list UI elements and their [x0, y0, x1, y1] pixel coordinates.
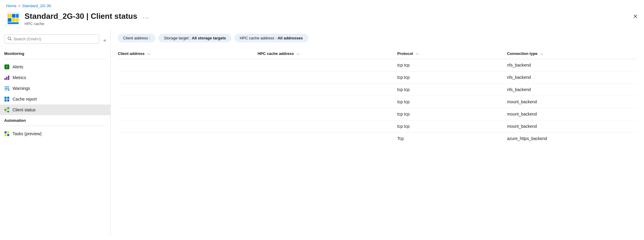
svg-rect-16: [4, 88, 9, 89]
svg-rect-30: [4, 131, 7, 133]
col-header-conntype-label: Connection type: [507, 51, 538, 56]
cell-connection-type: nfs_backend: [507, 59, 637, 71]
table-row: tcp tcpmount_backend: [118, 96, 637, 108]
cell-client-address: [118, 84, 257, 96]
content-area: Client address : Storage target : All st…: [111, 29, 644, 236]
cell-client-address: [118, 71, 257, 84]
table-row: tcp tcpmount_backend: [118, 108, 637, 120]
svg-rect-17: [4, 90, 7, 90]
filter-storage-label: Storage target :: [164, 36, 192, 40]
filter-bar: Client address : Storage target : All st…: [118, 34, 637, 42]
cell-protocol: tcp tcp: [397, 59, 507, 71]
nav-divider-monitoring: [4, 59, 106, 59]
nav-section-monitoring: Monitoring: [0, 48, 110, 58]
cell-connection-type: nfs_backend: [507, 84, 637, 96]
table-row: tcp tcpnfs_backend: [118, 59, 637, 71]
svg-rect-3: [16, 14, 19, 18]
sort-arrows-client[interactable]: ↑↓: [147, 52, 150, 56]
cache-report-icon: [4, 96, 10, 102]
search-input[interactable]: [13, 37, 96, 41]
client-status-table: Client address ↑↓ HPC cache address ↑↓ P…: [118, 48, 637, 144]
metrics-icon: [4, 75, 10, 80]
page-icon: [6, 12, 20, 26]
breadcrumb-current[interactable]: Standard_2G-30: [22, 4, 51, 8]
sidebar-item-warnings-label: Warnings: [13, 86, 30, 91]
cell-protocol: Tcp: [397, 133, 507, 145]
tasks-icon: [4, 131, 10, 136]
cell-hpc-address: [257, 59, 397, 71]
cell-connection-type: nfs_backend: [507, 71, 637, 84]
col-header-client-address-label: Client address: [118, 51, 145, 56]
cell-client-address: [118, 108, 257, 120]
sidebar-item-metrics[interactable]: Metrics: [0, 72, 110, 83]
svg-rect-2: [12, 14, 16, 18]
warnings-icon: [4, 86, 10, 91]
cell-hpc-address: [257, 120, 397, 133]
alerts-icon: !: [4, 64, 10, 70]
svg-rect-12: [4, 78, 6, 80]
cell-connection-type: mount_backend: [507, 96, 637, 108]
filter-client-label: Client address :: [123, 36, 150, 40]
sidebar-item-warnings[interactable]: Warnings: [0, 83, 110, 94]
sidebar-item-client-status-label: Client status: [13, 107, 36, 112]
cell-hpc-address: [257, 108, 397, 120]
col-header-hpc-cache-address[interactable]: HPC cache address ↑↓: [257, 48, 397, 59]
page-header: Standard_2G-30 | Client status ... HPC c…: [0, 10, 644, 29]
col-header-client-address[interactable]: Client address ↑↓: [118, 48, 257, 59]
page-title-block: Standard_2G-30 | Client status ... HPC c…: [25, 12, 638, 26]
filter-hpc-cache-address[interactable]: HPC cache address : All addresses: [234, 34, 308, 42]
sort-arrows-protocol[interactable]: ↑↓: [416, 52, 419, 56]
search-icon: [7, 36, 12, 41]
ellipsis-button[interactable]: ...: [140, 12, 152, 20]
cell-connection-type: azure_https_backend: [507, 133, 637, 145]
filter-storage-target[interactable]: Storage target : All storage targets: [158, 34, 231, 42]
sidebar-item-tasks-preview-label: Tasks (preview): [13, 131, 42, 136]
cell-client-address: [118, 120, 257, 133]
svg-rect-24: [4, 107, 7, 109]
svg-rect-25: [7, 107, 9, 109]
sidebar-item-client-status[interactable]: Client status: [0, 104, 110, 115]
cell-protocol: tcp tcp: [397, 96, 507, 108]
page-title-text: Standard_2G-30 | Client status: [25, 12, 137, 21]
svg-rect-1: [8, 14, 11, 18]
collapse-sidebar-button[interactable]: «: [103, 38, 106, 43]
nav-section-automation: Automation: [0, 115, 110, 124]
page-subtitle: HPC cache: [25, 21, 638, 26]
filter-hpc-label: HPC cache address :: [240, 36, 277, 40]
breadcrumb-home[interactable]: Home: [6, 4, 16, 8]
svg-rect-29: [7, 111, 9, 112]
svg-rect-7: [8, 22, 19, 24]
nav-divider-automation: [4, 126, 106, 126]
breadcrumb: Home > Standard_2G-30: [0, 0, 644, 10]
filter-client-address[interactable]: Client address :: [118, 34, 155, 42]
sidebar-item-alerts[interactable]: ! Alerts: [0, 61, 110, 72]
sort-arrows-hpc[interactable]: ↑↓: [296, 52, 300, 56]
cell-protocol: tcp tcp: [397, 84, 507, 96]
sort-arrows-conntype[interactable]: ↑↓: [540, 52, 543, 56]
svg-rect-6: [16, 18, 19, 22]
table-row: tcp tcpmount_backend: [118, 120, 637, 133]
svg-rect-33: [7, 134, 9, 136]
svg-rect-21: [7, 97, 9, 99]
svg-rect-13: [6, 77, 7, 80]
search-box[interactable]: [4, 34, 99, 44]
svg-rect-14: [8, 76, 9, 80]
svg-rect-27: [7, 109, 9, 110]
col-header-protocol-label: Protocol: [397, 51, 413, 56]
sidebar-item-cache-report[interactable]: Cache report: [0, 94, 110, 104]
filter-hpc-value: All addresses: [277, 36, 303, 40]
page-title: Standard_2G-30 | Client status ...: [25, 12, 638, 21]
sidebar-item-tasks-preview[interactable]: Tasks (preview): [0, 128, 110, 139]
cell-client-address: [118, 133, 257, 145]
filter-storage-value: All storage targets: [192, 36, 226, 40]
svg-rect-20: [4, 97, 7, 99]
close-button[interactable]: ✕: [633, 13, 638, 20]
svg-text:!: !: [6, 65, 7, 69]
cell-protocol: tcp tcp: [397, 120, 507, 133]
cell-client-address: [118, 59, 257, 71]
col-header-connection-type[interactable]: Connection type ↑↓: [507, 48, 637, 59]
sidebar: « Monitoring ! Alerts M: [0, 29, 111, 236]
main-layout: « Monitoring ! Alerts M: [0, 29, 644, 236]
svg-rect-18: [8, 89, 9, 91]
col-header-protocol[interactable]: Protocol ↑↓: [397, 48, 507, 59]
